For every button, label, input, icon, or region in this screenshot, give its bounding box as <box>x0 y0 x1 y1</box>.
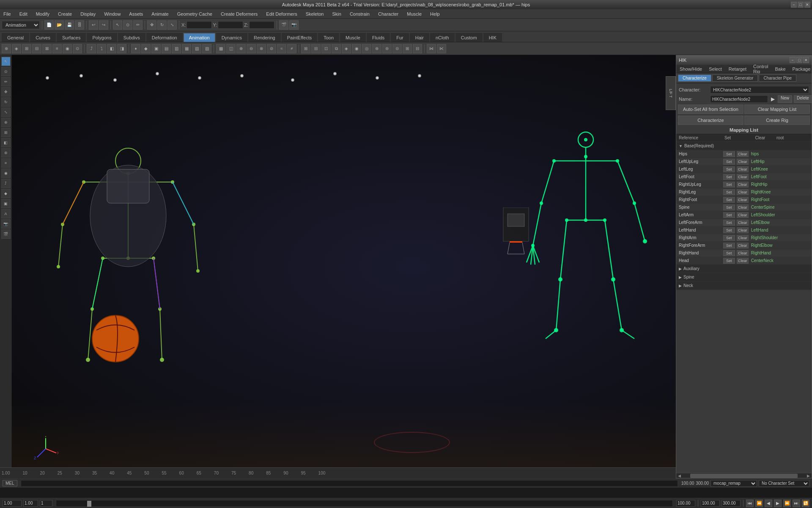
range-start-input[interactable] <box>701 500 720 507</box>
menu-file[interactable]: File <box>2 11 13 17</box>
group-base-required[interactable]: ▼ Base(Required) <box>676 142 812 150</box>
new-button[interactable]: New <box>778 95 792 103</box>
maximize-button[interactable]: □ <box>798 2 804 8</box>
create-rig-button[interactable]: Create Rig <box>744 116 810 125</box>
view-tb-4[interactable]: ⧉ <box>332 44 341 53</box>
tool-paint[interactable]: ✏ <box>1 77 11 86</box>
tb-move[interactable]: ✥ <box>147 20 156 30</box>
clear-leftforearm[interactable]: Clear <box>737 220 749 226</box>
set-leftarm[interactable]: Set <box>723 212 735 218</box>
menu-edit[interactable]: Edit <box>18 11 29 17</box>
view-tb-10[interactable]: ⊝ <box>392 44 402 53</box>
character-set-dropdown[interactable]: mocap_remap <box>710 480 757 487</box>
anim-tb-20[interactable]: ▨ <box>202 44 211 53</box>
hik-menu-retarget[interactable]: Retarget <box>727 66 748 72</box>
view-tb-8[interactable]: ⊛ <box>372 44 381 53</box>
tab-ncloth[interactable]: nCloth <box>430 33 455 42</box>
step-back-button[interactable]: ⏪ <box>755 500 763 507</box>
tab-painteffects[interactable]: PaintEffects <box>282 33 318 42</box>
hik-menu-select[interactable]: Select <box>707 66 724 72</box>
tb-save[interactable]: 💾 <box>65 20 74 30</box>
tool-ik[interactable]: ⤴ <box>1 179 11 188</box>
tool-cluster[interactable]: ≡ <box>1 158 11 168</box>
name-input[interactable] <box>710 95 768 103</box>
tab-hair[interactable]: Hair <box>410 33 429 42</box>
snap-tb-1[interactable]: ⋈ <box>427 44 436 53</box>
view-tb-3[interactable]: ⊡ <box>321 44 331 53</box>
menu-skeleton[interactable]: Skeleton <box>304 11 326 17</box>
character-set-dropdown-2[interactable]: No Character Set <box>759 480 809 487</box>
anim-tb-7[interactable]: ◉ <box>63 44 72 53</box>
tb-paint[interactable]: ✏ <box>133 20 143 30</box>
tb-new[interactable]: 📄 <box>44 20 54 30</box>
tb-ipr[interactable]: 📷 <box>289 20 299 30</box>
tb-open[interactable]: 📂 <box>55 20 64 30</box>
anim-tb-23[interactable]: ⊕ <box>236 44 246 53</box>
timeline-handle[interactable] <box>87 501 91 507</box>
view-tb-7[interactable]: ◎ <box>362 44 371 53</box>
tab-general[interactable]: General <box>2 33 29 42</box>
set-rightleg[interactable]: Set <box>723 189 735 195</box>
tool-select[interactable]: ↖ <box>1 57 11 66</box>
menu-window[interactable]: Window <box>102 11 122 17</box>
menu-modify[interactable]: Modify <box>34 11 51 17</box>
x-input[interactable] <box>187 21 212 29</box>
menu-edit-deformers[interactable]: Edit Deformers <box>264 11 299 17</box>
tool-make-live[interactable]: ▣ <box>1 199 11 208</box>
workspace-dropdown[interactable]: Animation <box>2 21 40 29</box>
menu-muscle[interactable]: Muscle <box>405 11 423 17</box>
menu-create[interactable]: Create <box>56 11 74 17</box>
set-leftfoot[interactable]: Set <box>723 174 735 180</box>
set-leftforearm[interactable]: Set <box>723 220 735 226</box>
tool-lattice[interactable]: ◧ <box>1 138 11 147</box>
hik-horizontal-scrollbar[interactable]: ◀ ▶ <box>676 473 812 478</box>
anim-tb-28[interactable]: ≠ <box>287 44 296 53</box>
tool-sculpt[interactable]: ⊛ <box>1 148 11 157</box>
snap-tb-2[interactable]: ⋉ <box>437 44 446 53</box>
tool-show-manipulator[interactable]: ⊕ <box>1 118 11 127</box>
clear-leftleg[interactable]: Clear <box>737 166 749 172</box>
anim-tb-13[interactable]: ♦ <box>131 44 140 53</box>
set-hips[interactable]: Set <box>723 151 735 157</box>
hik-maximize[interactable]: □ <box>796 57 802 63</box>
tab-deformation[interactable]: Deformation <box>146 33 183 42</box>
status-input[interactable] <box>21 480 678 487</box>
tb-save-as[interactable]: 🗄 <box>75 20 84 30</box>
menu-assets[interactable]: Assets <box>127 11 145 17</box>
view-tb-12[interactable]: ⊟ <box>413 44 422 53</box>
character-dropdown[interactable]: HIKCharacterNode2 <box>710 86 809 94</box>
anim-tb-2[interactable]: ◈ <box>12 44 21 53</box>
timeline-slider[interactable] <box>56 500 673 507</box>
tab-custom[interactable]: Custom <box>455 33 483 42</box>
anim-tb-14[interactable]: ◆ <box>141 44 151 53</box>
anim-tb-26[interactable]: ⊘ <box>267 44 276 53</box>
view-tb-2[interactable]: ⊟ <box>311 44 321 53</box>
tool-camera[interactable]: 📷 <box>1 219 11 229</box>
clear-hips[interactable]: Clear <box>737 151 749 157</box>
tab-fur[interactable]: Fur <box>391 33 409 42</box>
clear-rightforearm[interactable]: Clear <box>737 243 749 248</box>
group-neck[interactable]: ▶ Neck <box>676 282 812 290</box>
scroll-left-arrow[interactable]: ◀ <box>677 474 682 478</box>
tab-dynamics[interactable]: Dynamics <box>216 33 247 42</box>
tb-scale[interactable]: ⤡ <box>167 20 177 30</box>
tab-rendering[interactable]: Rendering <box>248 33 281 42</box>
anim-tb-27[interactable]: ≈ <box>277 44 286 53</box>
tab-subdivs[interactable]: Subdivs <box>118 33 145 42</box>
go-to-start-button[interactable]: ⏮ <box>746 500 754 507</box>
tb-select[interactable]: ↖ <box>113 20 122 30</box>
set-rightupleg[interactable]: Set <box>723 182 735 188</box>
hik-menu-showhide[interactable]: Show/Hide <box>678 66 704 72</box>
anim-tb-4[interactable]: ⊟ <box>32 44 41 53</box>
set-lefthand[interactable]: Set <box>723 227 735 233</box>
menu-skin[interactable]: Skin <box>330 11 343 17</box>
clear-righthand[interactable]: Clear <box>737 250 749 256</box>
play-button[interactable]: ▶ <box>774 500 782 507</box>
anim-tb-3[interactable]: ⊞ <box>22 44 31 53</box>
set-leftupleg[interactable]: Set <box>723 159 735 165</box>
tool-joint[interactable]: ◉ <box>1 168 11 178</box>
tool-render[interactable]: 🎬 <box>1 229 11 239</box>
scroll-right-arrow[interactable]: ▶ <box>806 474 811 478</box>
anim-tb-22[interactable]: ◫ <box>226 44 236 53</box>
tool-annotation[interactable]: A <box>1 209 11 218</box>
